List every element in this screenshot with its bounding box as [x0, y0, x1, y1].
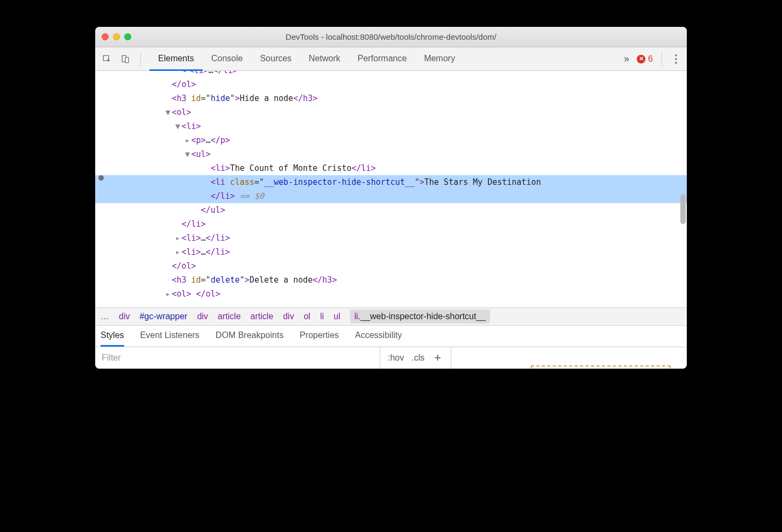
- hov-toggle[interactable]: :hov: [388, 353, 404, 363]
- tab-elements[interactable]: Elements: [150, 48, 203, 71]
- dom-tree-line[interactable]: ▼<ul>: [95, 147, 687, 161]
- dom-tree-line[interactable]: ▸<li>…</li>: [95, 245, 687, 259]
- dom-tree-line[interactable]: ▼<li>: [95, 119, 687, 133]
- close-icon[interactable]: [102, 33, 109, 40]
- styles-filter-box[interactable]: [95, 347, 380, 369]
- expand-toggle-icon[interactable]: ▸: [174, 245, 181, 259]
- elements-dom-tree[interactable]: ▸<li>…</li> </ol> <h3 id="hide">Hide a n…: [95, 71, 687, 307]
- breadcrumb-item[interactable]: article: [251, 312, 274, 321]
- breadcrumb-item[interactable]: #gc-wrapper: [139, 312, 187, 321]
- dom-tree-line[interactable]: </ul>: [95, 203, 687, 217]
- styles-toggle-chips: :hov .cls +: [380, 347, 451, 369]
- dom-tree-line[interactable]: ▸<li>…</li>: [95, 71, 687, 77]
- margin-box-outline: [531, 365, 671, 369]
- breadcrumb-item[interactable]: ol: [304, 312, 310, 321]
- subtab-styles[interactable]: Styles: [101, 326, 124, 347]
- expand-toggle-icon[interactable]: ▸: [174, 231, 181, 245]
- error-count: 6: [648, 54, 653, 64]
- device-toolbar-icon[interactable]: [119, 53, 132, 66]
- box-model-preview: [451, 347, 687, 369]
- breadcrumb-item[interactable]: ul: [333, 312, 340, 321]
- dom-breadcrumb: …div#gc-wrapperdivarticlearticledivolliu…: [95, 307, 687, 326]
- breadcrumb-item[interactable]: li: [320, 312, 324, 321]
- dom-tree-line[interactable]: <h3 id="delete">Delete a node</h3>: [95, 273, 687, 287]
- subtab-accessibility[interactable]: Accessibility: [355, 326, 402, 347]
- dom-tree-line[interactable]: ▸<li>…</li>: [95, 231, 687, 245]
- scrollbar-thumb[interactable]: [680, 195, 686, 224]
- minimize-icon[interactable]: [113, 33, 120, 40]
- expand-toggle-icon[interactable]: ▸: [184, 133, 191, 147]
- tab-performance[interactable]: Performance: [349, 48, 416, 71]
- svg-rect-2: [125, 57, 129, 63]
- dom-tree-line[interactable]: </ol>: [95, 77, 687, 91]
- expand-toggle-icon[interactable]: ▼: [184, 147, 191, 161]
- breadcrumb-item[interactable]: div: [119, 312, 130, 321]
- window-title: DevTools - localhost:8080/web/tools/chro…: [95, 32, 687, 41]
- dom-tree-line[interactable]: </li>: [95, 217, 687, 231]
- dom-tree-line[interactable]: </ol>: [95, 259, 687, 273]
- window-titlebar: DevTools - localhost:8080/web/tools/chro…: [95, 27, 687, 47]
- breadcrumb-item[interactable]: article: [218, 312, 241, 321]
- expand-toggle-icon[interactable]: ▸: [164, 287, 172, 301]
- expand-toggle-icon[interactable]: ▼: [174, 119, 181, 133]
- dom-tree-line[interactable]: <li>The Count of Monte Cristo</li>: [95, 161, 687, 175]
- tab-sources[interactable]: Sources: [251, 48, 300, 71]
- zoom-icon[interactable]: [124, 33, 131, 40]
- styles-filter-input[interactable]: [101, 353, 374, 363]
- settings-menu-icon[interactable]: [671, 54, 681, 64]
- tab-console[interactable]: Console: [203, 48, 252, 71]
- tab-memory[interactable]: Memory: [415, 48, 464, 71]
- devtools-window: DevTools - localhost:8080/web/tools/chro…: [95, 27, 687, 369]
- more-tabs-icon[interactable]: »: [622, 53, 631, 64]
- subtab-dom-breakpoints[interactable]: DOM Breakpoints: [216, 326, 283, 347]
- cls-toggle[interactable]: .cls: [411, 353, 424, 363]
- subtab-event-listeners[interactable]: Event Listeners: [140, 326, 200, 347]
- error-icon: ✕: [637, 55, 645, 63]
- error-badge[interactable]: ✕ 6: [637, 54, 653, 64]
- breadcrumb-item[interactable]: div: [197, 312, 208, 321]
- new-style-rule-icon[interactable]: +: [432, 351, 443, 365]
- dom-tree-line[interactable]: ▼<ol>: [95, 105, 687, 119]
- tab-network[interactable]: Network: [300, 48, 349, 71]
- toolbar-separator: [140, 52, 141, 66]
- main-toolbar: Elements Console Sources Network Perform…: [95, 47, 687, 71]
- dom-tree-line[interactable]: <li class="__web-inspector-hide-shortcut…: [95, 175, 687, 189]
- styles-subtabs: Styles Event Listeners DOM Breakpoints P…: [95, 326, 687, 347]
- hidden-node-indicator-icon: [98, 175, 104, 181]
- expand-toggle-icon[interactable]: ▼: [164, 105, 172, 119]
- subtab-properties[interactable]: Properties: [300, 326, 339, 347]
- styles-filter-row: :hov .cls +: [95, 347, 687, 369]
- inspect-element-icon[interactable]: [101, 53, 113, 66]
- breadcrumb-item[interactable]: li.__web-inspector-hide-shortcut__: [350, 310, 490, 323]
- dom-tree-line[interactable]: </li> == $0: [95, 189, 687, 203]
- toolbar-separator: [662, 52, 662, 66]
- main-tabs: Elements Console Sources Network Perform…: [150, 47, 616, 70]
- breadcrumb-item[interactable]: div: [283, 312, 294, 321]
- dom-tree-line[interactable]: ▸<ol> </ol>: [95, 287, 687, 301]
- breadcrumb-item[interactable]: …: [101, 312, 109, 321]
- dom-tree-line[interactable]: ▸<p>…</p>: [95, 133, 687, 147]
- dom-tree-line[interactable]: <h3 id="hide">Hide a node</h3>: [95, 91, 687, 105]
- toolbar-right: » ✕ 6: [622, 52, 681, 66]
- traffic-lights: [102, 33, 131, 40]
